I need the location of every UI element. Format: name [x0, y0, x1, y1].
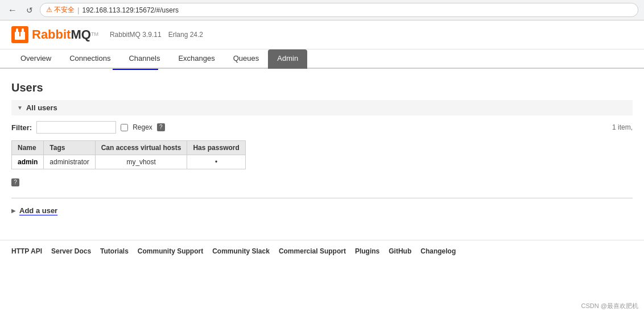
add-user-header[interactable]: ▶ Add a user — [11, 204, 633, 217]
erlang-version: Erlang 24.2 — [168, 31, 203, 39]
svg-rect-0 — [11, 26, 28, 43]
nav-queues[interactable]: Queues — [224, 49, 269, 69]
app-header: RabbitMQTM RabbitMQ 3.9.11 Erlang 24.2 — [0, 20, 644, 49]
user-tags-cell: administrator — [44, 155, 95, 169]
footer-github[interactable]: GitHub — [389, 247, 411, 255]
footer-http-api[interactable]: HTTP API — [11, 247, 42, 255]
logo: RabbitMQTM — [11, 26, 98, 43]
footer-links: HTTP API Server Docs Tutorials Community… — [0, 240, 644, 262]
svg-rect-4 — [16, 28, 18, 33]
footer-changelog[interactable]: Changelog — [420, 247, 456, 255]
version-info: RabbitMQ 3.9.11 Erlang 24.2 — [110, 31, 203, 39]
nav-bar: Overview Connections Channels Exchanges … — [0, 49, 644, 69]
user-password-cell: • — [187, 155, 245, 169]
back-button[interactable]: ← — [6, 4, 19, 16]
watermark: CSDN @最喜欢肥机 — [581, 302, 638, 310]
regex-checkbox[interactable] — [121, 124, 128, 131]
user-name-cell: admin — [12, 155, 44, 169]
col-tags: Tags — [44, 141, 95, 155]
rabbitmq-version: RabbitMQ 3.9.11 — [110, 31, 162, 39]
filter-input[interactable] — [36, 121, 116, 134]
add-user-section: ▶ Add a user — [11, 198, 633, 217]
nav-channels[interactable]: Channels — [119, 49, 169, 69]
reload-button[interactable]: ↺ — [24, 5, 35, 16]
table-row: admin administrator my_vhost • — [12, 155, 246, 169]
footer-community-slack[interactable]: Community Slack — [212, 247, 270, 255]
footer-community-support[interactable]: Community Support — [138, 247, 203, 255]
filter-label: Filter: — [11, 123, 32, 132]
add-user-arrow-icon: ▶ — [11, 207, 16, 214]
footer-server-docs[interactable]: Server Docs — [51, 247, 91, 255]
security-warning: ⚠ 不安全 — [46, 5, 75, 15]
col-password: Has password — [187, 141, 245, 155]
app-container: RabbitMQTM RabbitMQ 3.9.11 Erlang 24.2 O… — [0, 20, 644, 316]
address-bar[interactable]: ⚠ 不安全 | 192.168.113.129:15672/#/users — [40, 3, 638, 17]
col-vhosts: Can access virtual hosts — [95, 141, 187, 155]
svg-rect-5 — [22, 28, 24, 33]
nav-admin[interactable]: Admin — [268, 49, 307, 69]
user-name-link[interactable]: admin — [18, 158, 38, 166]
url-text: 192.168.113.129:15672/#/users — [82, 6, 178, 14]
rabbitmq-logo-icon — [11, 26, 28, 43]
section-arrow-icon: ▼ — [17, 105, 23, 111]
items-count: 1 item, — [612, 123, 633, 131]
nav-connections[interactable]: Connections — [60, 49, 119, 69]
user-vhosts-cell: my_vhost — [95, 155, 187, 169]
nav-overview[interactable]: Overview — [11, 49, 60, 69]
page-content: Users ▼ All users Filter: Regex ? 1 item… — [0, 70, 644, 228]
browser-chrome: ← ↺ ⚠ 不安全 | 192.168.113.129:15672/#/user… — [0, 0, 644, 20]
regex-label: Regex — [133, 123, 152, 131]
footer-commercial-support[interactable]: Commercial Support — [279, 247, 346, 255]
section-title: All users — [26, 103, 57, 112]
table-help-icon[interactable]: ? — [11, 178, 19, 186]
svg-rect-3 — [15, 36, 25, 40]
nav-exchanges[interactable]: Exchanges — [169, 49, 224, 69]
filter-row: Filter: Regex ? 1 item, — [11, 121, 633, 134]
footer-plugins[interactable]: Plugins — [355, 247, 379, 255]
footer-tutorials[interactable]: Tutorials — [100, 247, 129, 255]
filter-help-icon[interactable]: ? — [157, 123, 165, 131]
all-users-section-header[interactable]: ▼ All users — [11, 100, 633, 115]
page-title: Users — [11, 81, 633, 94]
col-name: Name — [12, 141, 44, 155]
logo-rabbit-text: RabbitMQTM — [32, 27, 98, 42]
users-table: Name Tags Can access virtual hosts Has p… — [11, 140, 246, 169]
add-user-title: Add a user — [19, 206, 57, 215]
